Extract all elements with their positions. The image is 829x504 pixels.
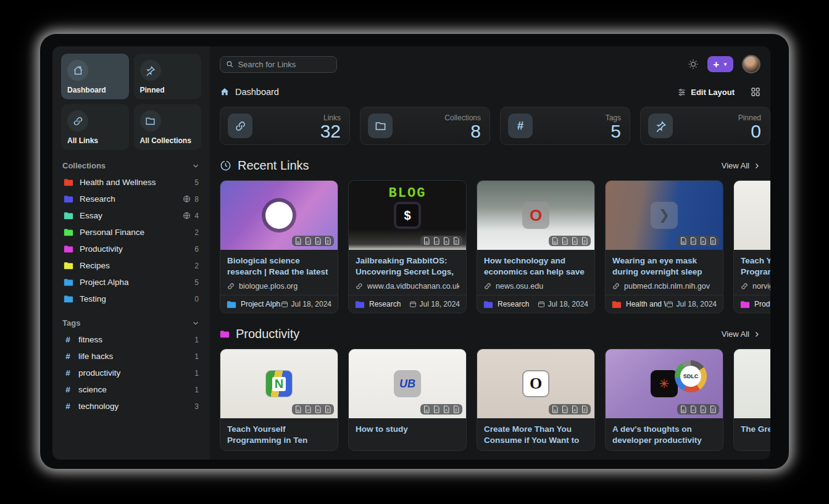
- tag-item[interactable]: # fitness 1: [61, 331, 201, 348]
- view-all-productivity-button[interactable]: View All: [722, 329, 760, 339]
- tag-item[interactable]: # life hacks 1: [61, 348, 201, 365]
- tag-item[interactable]: # technology 3: [61, 398, 201, 415]
- folder-icon: [368, 114, 393, 138]
- edit-layout-button[interactable]: Edit Layout: [677, 88, 735, 97]
- collection-item[interactable]: Research 8: [61, 191, 201, 207]
- collection-name: Recipes: [80, 261, 188, 270]
- collection-item[interactable]: Essay 4: [61, 207, 201, 224]
- sidebar-item-all-links[interactable]: All Links: [61, 104, 129, 150]
- plus-icon: +: [713, 59, 719, 70]
- tag-name: productivity: [78, 368, 188, 378]
- collection-item[interactable]: Recipes 2: [61, 257, 201, 274]
- link-title: Wearing an eye mask during overnight sle…: [612, 255, 716, 278]
- home-icon: [220, 87, 230, 97]
- pdf-icon: [699, 237, 707, 245]
- folder-icon: [483, 300, 493, 308]
- collection-count: 2: [194, 262, 199, 270]
- link-card[interactable]: Biological science research | Read the l…: [220, 180, 338, 313]
- add-new-button[interactable]: + ▼: [707, 56, 733, 72]
- view-all-recent-button[interactable]: View All: [722, 161, 760, 170]
- collection-item[interactable]: Project Alpha 5: [61, 274, 201, 291]
- tag-count: 1: [194, 369, 199, 378]
- hash-icon: #: [64, 385, 72, 394]
- collection-item[interactable]: Testing 0: [61, 291, 201, 307]
- sidebar-item-all-collections[interactable]: All Collections: [134, 104, 202, 150]
- html-preview-icon: [551, 237, 559, 245]
- search-icon: [226, 60, 233, 68]
- link-icon: [67, 110, 88, 131]
- link-collection[interactable]: Health and Well...: [612, 300, 666, 308]
- sliders-icon: [677, 88, 686, 97]
- tags-header[interactable]: Tags: [62, 318, 200, 328]
- site-logo: O: [522, 370, 549, 397]
- sidebar-item-pinned[interactable]: Pinned: [134, 54, 202, 99]
- collection-count: 5: [194, 178, 199, 187]
- search-bar[interactable]: [220, 56, 337, 73]
- stat-card-links[interactable]: Links 32: [220, 107, 350, 145]
- link-collection[interactable]: Research: [483, 300, 529, 308]
- sidebar-item-label: All Links: [67, 136, 123, 145]
- link-card[interactable]: The Grea… Hack: Le…: [733, 349, 770, 451]
- grid-icon: [751, 87, 760, 97]
- folder-icon: [64, 245, 73, 253]
- avatar[interactable]: [742, 55, 760, 73]
- collection-item[interactable]: Productivity 6: [61, 241, 201, 257]
- link-collection[interactable]: Productivity: [740, 300, 770, 308]
- collection-item[interactable]: Health and Wellness 5: [61, 174, 201, 191]
- pdf-icon: [571, 405, 578, 413]
- link-title: Teach Yourself Programming in Ten Years: [741, 255, 770, 278]
- stat-card-pinned[interactable]: Pinned 0: [640, 107, 770, 145]
- theme-toggle-button[interactable]: [688, 59, 699, 70]
- tag-item[interactable]: # science 1: [61, 381, 201, 398]
- link-card[interactable]: BLOG $ Jailbreaking RabbitOS: Uncovering…: [348, 180, 467, 313]
- folder-icon: [64, 262, 73, 270]
- link-thumbnail: O: [477, 181, 594, 250]
- link-title: Biological science research | Read the l…: [227, 255, 331, 278]
- preview-format-icons: [677, 236, 719, 246]
- link-collection[interactable]: Project Alpha: [227, 300, 281, 308]
- search-input[interactable]: [238, 60, 331, 69]
- productivity-header: Productivity View All: [220, 327, 770, 341]
- stat-card-tags[interactable]: # Tags 5: [500, 107, 630, 145]
- collection-item[interactable]: Personal Finance 2: [61, 224, 201, 241]
- sdlc-badge: SDLC: [675, 360, 707, 392]
- tag-count: 1: [194, 352, 199, 361]
- chevron-down-icon[interactable]: [191, 319, 200, 328]
- screenshot-icon: [561, 405, 569, 413]
- grid-view-button[interactable]: [751, 87, 760, 97]
- sidebar-item-dashboard[interactable]: Dashboard: [61, 54, 129, 99]
- link-card[interactable]: O How technology and economics can help …: [477, 180, 595, 313]
- tag-item[interactable]: # productivity 1: [61, 365, 201, 381]
- link-icon: [612, 283, 620, 290]
- link-card[interactable]: O Create More Than You Consume if You Wa…: [477, 349, 595, 451]
- screenshot-icon: [433, 237, 440, 245]
- link-card[interactable]: ✳ SDLC A dev's thoughts on developer pro…: [605, 349, 723, 451]
- globe-icon: [183, 212, 191, 220]
- link-title: A dev's thoughts on developer productivi…: [612, 424, 716, 446]
- stat-card-collections[interactable]: Collections 8: [360, 107, 490, 145]
- screenshot-icon: [433, 405, 440, 413]
- chevron-down-icon[interactable]: [191, 162, 200, 170]
- preview-format-icons: [420, 404, 462, 415]
- link-card[interactable]: Teach Yourself Programming in Ten Years …: [733, 180, 770, 313]
- calendar-icon: [409, 300, 417, 308]
- site-logo: $: [394, 202, 421, 229]
- link-card[interactable]: ❯ Wearing an eye mask during overnight s…: [605, 180, 723, 313]
- pdf-icon: [443, 237, 450, 245]
- collections-header[interactable]: Collections: [62, 161, 200, 170]
- link-title: How technology and economics can help sa…: [484, 255, 588, 278]
- folder-icon: [740, 300, 750, 308]
- productivity-row: N Teach Yourself Programming in Ten Year…: [220, 349, 770, 451]
- hash-icon: #: [508, 114, 533, 138]
- folder-icon: [64, 295, 73, 303]
- readable-icon: [709, 405, 717, 413]
- collections-list: Health and Wellness 5 Research 8: [61, 174, 201, 307]
- link-card[interactable]: N Teach Yourself Programming in Ten Year…: [220, 349, 338, 451]
- section-title: Recent Links: [238, 159, 309, 173]
- pdf-icon: [699, 405, 707, 413]
- thumbnail-text: BLOG: [349, 186, 466, 201]
- link-card[interactable]: UB How to study: [348, 349, 467, 451]
- link-url: biologue.plos.org: [239, 282, 298, 291]
- screenshot-icon: [561, 237, 569, 245]
- link-collection[interactable]: Research: [355, 300, 401, 308]
